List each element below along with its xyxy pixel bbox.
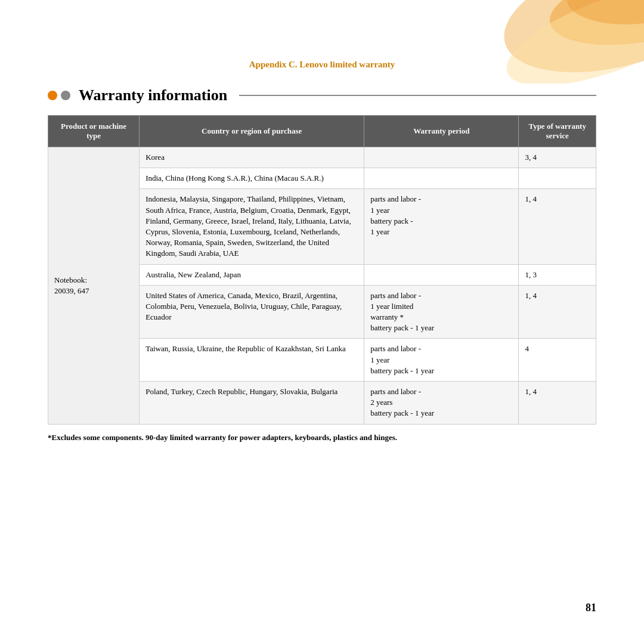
footnote: *Excludes some components. 90-day limite… <box>48 433 561 442</box>
table-header-row: Product or machine type Country or regio… <box>48 116 596 147</box>
warranty-cell <box>364 147 519 168</box>
page-number: 81 <box>586 602 596 614</box>
warranty-cell: parts and labor -1 yearbattery pack - 1 … <box>364 339 519 382</box>
country-cell: India, China (Hong Kong S.A.R.), China (… <box>140 168 364 189</box>
country-cell: Australia, New Zealand, Japan <box>140 264 364 285</box>
service-cell: 1, 4 <box>519 382 596 425</box>
service-cell <box>519 168 596 189</box>
country-cell: Indonesia, Malaysia, Singapore, Thailand… <box>140 189 364 264</box>
warranty-cell <box>364 264 519 285</box>
page-content: Appendix C. Lenovo limited warranty Warr… <box>0 0 644 466</box>
gray-icon <box>61 91 70 100</box>
title-icons <box>48 91 70 100</box>
warranty-cell: parts and labor -1 year limitedwarranty … <box>364 285 519 339</box>
col-header-service: Type of warranty service <box>519 116 596 147</box>
service-cell: 3, 4 <box>519 147 596 168</box>
service-cell: 1, 4 <box>519 285 596 339</box>
title-line <box>239 95 596 96</box>
service-cell: 4 <box>519 339 596 382</box>
section-title-row: Warranty information <box>48 86 596 104</box>
section-title: Warranty information <box>79 86 227 104</box>
warranty-cell <box>364 168 519 189</box>
machine-cell: Notebook:20039, 647 <box>48 147 140 425</box>
service-cell: 1, 4 <box>519 189 596 264</box>
country-cell: United States of America, Canada, Mexico… <box>140 285 364 339</box>
warranty-table: Product or machine type Country or regio… <box>48 115 596 425</box>
col-header-country: Country or region of purchase <box>140 116 364 147</box>
appendix-header: Appendix C. Lenovo limited warranty <box>48 60 596 70</box>
orange-icon <box>48 91 57 100</box>
country-cell: Korea <box>140 147 364 168</box>
warranty-cell: parts and labor -1 yearbattery pack -1 y… <box>364 189 519 264</box>
table-row: Notebook:20039, 647Korea3, 4 <box>48 147 596 168</box>
country-cell: Poland, Turkey, Czech Republic, Hungary,… <box>140 382 364 425</box>
service-cell: 1, 3 <box>519 264 596 285</box>
col-header-machine: Product or machine type <box>48 116 140 147</box>
warranty-cell: parts and labor -2 yearsbattery pack - 1… <box>364 382 519 425</box>
col-header-warranty: Warranty period <box>364 116 519 147</box>
country-cell: Taiwan, Russia, Ukraine, the Republic of… <box>140 339 364 382</box>
